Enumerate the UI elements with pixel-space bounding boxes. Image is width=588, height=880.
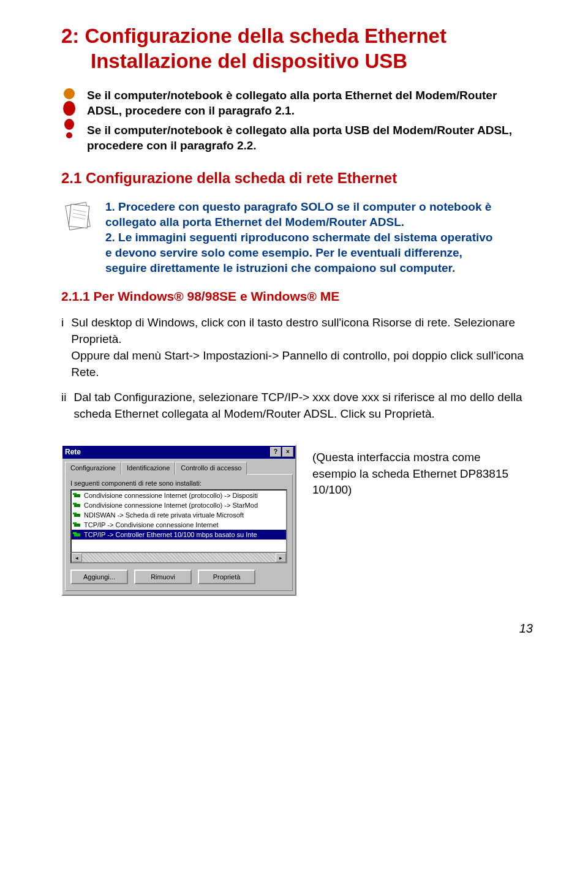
svg-point-3 xyxy=(66,132,72,138)
intro-paragraph-1: Se il computer/notebook è collegato alla… xyxy=(87,88,533,119)
protocol-icon xyxy=(73,511,81,519)
tab-controllo-accesso[interactable]: Controllo di accesso xyxy=(175,462,247,475)
svg-rect-18 xyxy=(73,532,77,534)
tab-panel: I seguenti componenti di rete sono insta… xyxy=(65,474,293,591)
dialog-button-row: Aggiungi... Rimuovi Proprietà xyxy=(70,570,287,584)
svg-point-2 xyxy=(64,119,74,130)
note-block: 1. Procedere con questo paragrafo SOLO s… xyxy=(61,199,533,276)
list-item[interactable]: Condivisione connessione Internet (proto… xyxy=(72,491,286,500)
list-item[interactable]: NDISWAN -> Scheda di rete privata virtua… xyxy=(72,510,286,520)
document-page: 2: Configurazione della scheda Ethernet … xyxy=(0,0,588,880)
list-item-text: TCP/IP -> Controller Ethernet 10/100 mbp… xyxy=(84,531,257,538)
intro-paragraph-2: Se il computer/notebook è collegato alla… xyxy=(87,122,533,154)
list-item-text: Condivisione connessione Internet (proto… xyxy=(84,502,258,509)
step-text: Sul desktop di Windows, click con il tas… xyxy=(71,315,533,381)
remove-button[interactable]: Rimuovi xyxy=(134,570,192,584)
list-label: I seguenti componenti di rete sono insta… xyxy=(70,479,287,487)
tabs-row: Configurazione Identificazione Controllo… xyxy=(62,459,295,474)
step-item: i Sul desktop di Windows, click con il t… xyxy=(61,315,533,381)
intro-text: Se il computer/notebook è collegato alla… xyxy=(87,88,533,154)
scroll-left-button[interactable]: ◂ xyxy=(72,553,82,562)
horizontal-scrollbar[interactable]: ◂ ▸ xyxy=(70,553,287,563)
note-icon xyxy=(61,199,96,233)
rete-dialog: Rete ? × Configurazione Identificazione … xyxy=(61,445,296,596)
help-button[interactable]: ? xyxy=(270,447,281,457)
protocol-icon xyxy=(73,501,81,510)
heading-line-2: Installazione del dispositivo USB xyxy=(61,48,533,73)
intro-block: Se il computer/notebook è collegato alla… xyxy=(61,88,533,154)
dialog-title: Rete xyxy=(65,448,81,456)
protocol-icon xyxy=(73,530,81,539)
step-number: i xyxy=(61,315,64,381)
section-2-1-1-heading: 2.1.1 Per Windows® 98/98SE e Windows® ME xyxy=(61,289,533,304)
step-number: ii xyxy=(61,389,66,423)
list-item-text: NDISWAN -> Scheda di rete privata virtua… xyxy=(84,511,244,519)
note-text: 1. Procedere con questo paragrafo SOLO s… xyxy=(105,199,497,276)
step-text: Dal tab Configurazione, selezionare TCP/… xyxy=(74,389,533,423)
step-list: i Sul desktop di Windows, click con il t… xyxy=(61,315,533,423)
heading-line-1: 2: Configurazione della scheda Ethernet xyxy=(61,24,447,47)
scroll-track[interactable] xyxy=(82,553,276,562)
component-listbox[interactable]: Condivisione connessione Internet (proto… xyxy=(70,489,287,553)
tab-identificazione[interactable]: Identificazione xyxy=(121,462,175,475)
svg-rect-16 xyxy=(73,522,77,524)
section-2-1-heading: 2.1 Configurazione della scheda di rete … xyxy=(61,170,533,187)
list-item-text: Condivisione connessione Internet (proto… xyxy=(84,492,258,499)
screenshot-caption: (Questa interfaccia mostra come esempio … xyxy=(312,449,514,498)
scroll-right-button[interactable]: ▸ xyxy=(276,553,286,562)
dialog-titlebar: Rete ? × xyxy=(62,446,295,459)
svg-rect-5 xyxy=(69,205,89,228)
close-button[interactable]: × xyxy=(282,447,293,457)
svg-rect-10 xyxy=(73,493,77,495)
chapter-heading: 2: Configurazione della scheda Ethernet … xyxy=(61,23,533,74)
svg-point-1 xyxy=(63,101,75,116)
list-item[interactable]: Condivisione connessione Internet (proto… xyxy=(72,500,286,510)
properties-button[interactable]: Proprietà xyxy=(198,570,255,584)
list-item[interactable]: TCP/IP -> Condivisione connessione Inter… xyxy=(72,520,286,530)
step-item: ii Dal tab Configurazione, selezionare T… xyxy=(61,389,533,423)
protocol-icon xyxy=(73,491,81,500)
page-number: 13 xyxy=(61,622,533,636)
warning-icon xyxy=(61,88,77,154)
list-item-selected[interactable]: TCP/IP -> Controller Ethernet 10/100 mbp… xyxy=(72,530,286,540)
screenshot-row: Rete ? × Configurazione Identificazione … xyxy=(61,445,533,596)
list-item-text: TCP/IP -> Condivisione connessione Inter… xyxy=(84,521,219,528)
add-button[interactable]: Aggiungi... xyxy=(70,570,128,584)
svg-point-0 xyxy=(64,88,75,99)
svg-rect-14 xyxy=(73,513,77,514)
svg-rect-12 xyxy=(73,503,77,505)
protocol-icon xyxy=(73,521,81,529)
tab-configurazione[interactable]: Configurazione xyxy=(65,462,121,475)
